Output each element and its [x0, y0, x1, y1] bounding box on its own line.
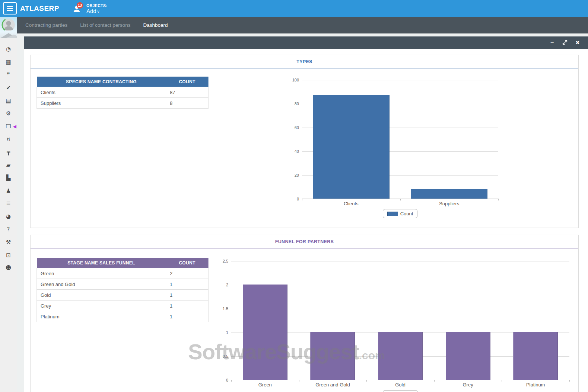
x-category-label: Green — [231, 382, 299, 388]
app-brand: ATLASERP — [20, 0, 59, 17]
tasks-icon: ✔ — [6, 84, 11, 91]
user-avatar[interactable] — [0, 17, 17, 38]
sidebar-item-user[interactable]: ☻ — [0, 261, 17, 274]
x-category-label: Grey — [434, 382, 502, 388]
table-row: Platinum1 — [37, 311, 209, 322]
widget-minimize-button[interactable]: − — [549, 40, 555, 46]
list-icon: ▤ — [6, 97, 11, 104]
sidebar-item-tools[interactable]: ⚒ — [0, 236, 17, 249]
axis-tick — [366, 380, 367, 382]
axis-tick — [434, 380, 435, 382]
funnel-section: FUNNEL FOR PARTNERS STAGE NAME SALES FUN… — [30, 235, 579, 392]
bar-green[interactable] — [243, 285, 287, 380]
tab-list-of-contact-persons[interactable]: List of contact persons — [76, 17, 135, 33]
module-tabs-nav: Contracting partiesList of contact perso… — [0, 17, 588, 33]
x-category-label: Suppliers — [400, 201, 499, 206]
widget-close-button[interactable]: ✖ — [575, 40, 581, 46]
types-table-header-count: COUNT — [166, 77, 209, 87]
notifications-person-icon[interactable]: 13 — [72, 4, 82, 14]
dashboard-widget: − ✖ TYPES SPECIES NAM — [24, 36, 588, 392]
sidebar-item-database[interactable]: ≣ — [0, 197, 17, 210]
y-tick-label: 60 — [285, 125, 299, 130]
dashboard-icon: ◔ — [6, 46, 11, 52]
sidebar-item-dashboard[interactable]: ◔ — [0, 43, 17, 56]
contracts-icon: ❐ — [6, 123, 11, 130]
y-tick-label: 100 — [285, 78, 299, 82]
sidebar-item-pie-chart[interactable]: ◕ — [0, 210, 17, 223]
hamburger-icon — [7, 6, 13, 7]
funnel-section-title: FUNNEL FOR PARTNERS — [31, 235, 578, 248]
types-table: SPECIES NAME CONTRACTING COUNT Clients87… — [36, 76, 209, 109]
tab-contracting-parties[interactable]: Contracting parties — [21, 17, 72, 33]
axis-tick — [502, 380, 502, 382]
sidebar-item-chart[interactable]: ▙ — [0, 171, 17, 184]
sidebar-item-comments[interactable]: ❞ — [0, 68, 17, 81]
y-tick-label: 80 — [285, 102, 299, 106]
y-tick-label: 1 — [215, 330, 228, 335]
y-tick-label: 0 — [215, 378, 228, 382]
table-row: Gold1 — [37, 290, 209, 301]
widget-expand-button[interactable] — [562, 40, 568, 46]
hamburger-menu-button[interactable] — [3, 2, 17, 15]
y-tick-label: 2.5 — [215, 259, 228, 263]
sidebar-item-folder[interactable]: ▰ — [0, 158, 17, 171]
tools-icon: ⚒ — [6, 239, 11, 245]
sidebar-item-help[interactable]: ? — [0, 223, 17, 236]
avatar-image — [1, 18, 16, 32]
users-icon: ♟ — [6, 187, 11, 194]
bar-gold[interactable] — [378, 332, 423, 380]
chart-legend[interactable]: Count — [383, 390, 418, 392]
sidebar-item-users[interactable]: ♟ — [0, 184, 17, 197]
objects-label: OBJECTS: — [86, 3, 107, 8]
sidebar-item-settings[interactable]: ⚙ — [0, 107, 17, 120]
sidebar-item-desktop[interactable]: ⊡ — [0, 249, 17, 262]
y-tick-label: 0 — [285, 197, 299, 201]
types-section-title: TYPES — [31, 55, 578, 68]
pie-chart-icon: ◕ — [6, 213, 11, 220]
y-tick-label: 2 — [215, 283, 228, 287]
sidebar-item-money[interactable]: ¤ — [0, 133, 17, 146]
sidebar: ◔▦❞✔▤⚙❐◀¤┳▰▙♟≣◕?⚒⊡☻ — [0, 17, 17, 392]
comments-icon: ❞ — [7, 71, 10, 78]
funnel-table-header-count: COUNT — [166, 258, 209, 268]
axis-tick — [400, 199, 401, 200]
widget-header: − ✖ — [24, 36, 588, 49]
notification-badge: 13 — [77, 2, 83, 9]
sidebar-item-sitemap[interactable]: ┳ — [0, 146, 17, 159]
table-row: Green2 — [37, 268, 209, 279]
sidebar-item-tasks[interactable]: ✔ — [0, 81, 17, 94]
widget-body: TYPES SPECIES NAME CONTRACTING COUNT Cli… — [24, 49, 588, 392]
bar-clients[interactable] — [313, 95, 390, 199]
sidebar-item-calendar[interactable]: ▦ — [0, 56, 17, 69]
y-tick-label: 40 — [285, 149, 299, 154]
tab-dashboard[interactable]: Dashboard — [139, 17, 172, 33]
sidebar-menu: ◔▦❞✔▤⚙❐◀¤┳▰▙♟≣◕?⚒⊡☻ — [0, 43, 17, 274]
sidebar-item-contracts[interactable]: ❐◀ — [0, 120, 17, 133]
bar-green-and-gold[interactable] — [310, 332, 355, 380]
top-bar: ATLASERP 13 OBJECTS: Add˅ ✆ 21:38:52 — [0, 0, 588, 17]
table-row: Clients87 — [37, 87, 209, 98]
calendar-icon: ▦ — [6, 59, 11, 65]
sidebar-item-list[interactable]: ▤ — [0, 94, 17, 107]
expand-diagonal-icon — [562, 40, 568, 45]
bar-suppliers[interactable] — [411, 189, 487, 199]
x-category-label: Green and Gold — [299, 382, 367, 388]
types-section: TYPES SPECIES NAME CONTRACTING COUNT Cli… — [30, 55, 579, 228]
chart-legend[interactable]: Count — [383, 209, 418, 218]
bar-grey[interactable] — [446, 332, 490, 380]
database-icon: ≣ — [6, 200, 11, 207]
help-icon: ? — [7, 226, 10, 233]
axis-tick — [231, 380, 232, 382]
table-row: Green and Gold1 — [37, 279, 209, 290]
bar-platinum[interactable] — [513, 332, 558, 380]
table-row: Grey1 — [37, 301, 209, 311]
add-dropdown-button[interactable]: Add˅ — [86, 8, 99, 14]
folder-icon: ▰ — [6, 162, 11, 168]
y-tick-label: 1.5 — [215, 306, 228, 311]
funnel-table-header-name: STAGE NAME SALES FUNNEL — [37, 258, 166, 268]
user-icon: ☻ — [6, 264, 12, 271]
x-category-label: Clients — [302, 201, 400, 206]
legend-swatch — [387, 212, 398, 216]
axis-tick — [569, 380, 570, 382]
money-icon: ¤ — [7, 136, 10, 142]
